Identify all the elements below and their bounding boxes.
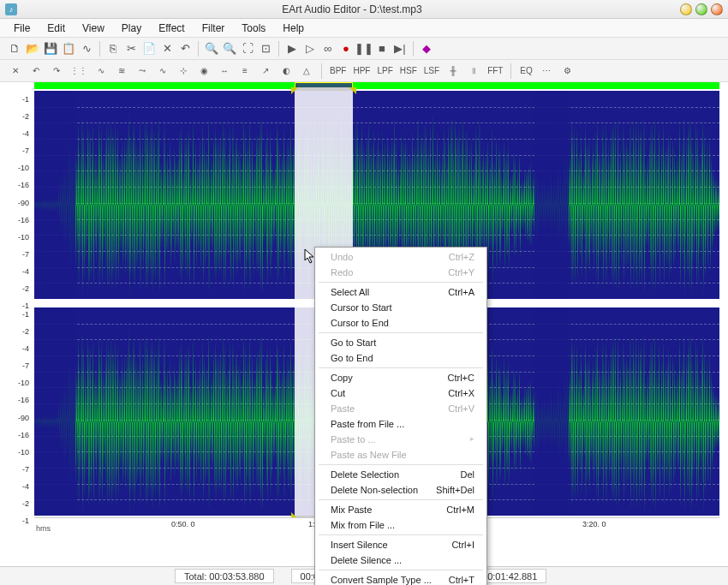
peak-icon[interactable]: ⫴ [465,63,482,79]
fx12-icon[interactable]: △ [298,63,315,79]
fx2-icon[interactable]: ∿ [92,63,110,79]
save-icon[interactable]: 💾 [43,41,58,57]
menu-item-paste-to-: Paste to ... [315,432,486,447]
menu-file[interactable]: File [7,21,37,36]
play-loop-icon[interactable]: ▷ [302,41,318,57]
hpf-icon[interactable]: HPF [351,63,372,79]
menu-item-shortcut: Ctrl+X [448,388,474,398]
fft-icon[interactable]: FFT [486,63,504,79]
props-icon[interactable]: 📋 [61,41,76,57]
menu-item-mix-from-file-[interactable]: Mix from File ... [315,517,486,533]
record-icon[interactable]: ● [338,41,354,57]
fx1-icon[interactable]: ⋮⋮ [69,63,89,79]
menu-play[interactable]: Play [115,21,148,36]
menu-item-paste-as-new-file: Paste as New File [315,447,486,463]
menu-item-cut[interactable]: CutCtrl+X [315,385,486,401]
menu-item-delete-selection[interactable]: Delete SelectionDel [315,467,486,482]
menu-item-delete-silence-[interactable]: Delete Silence ... [315,552,486,568]
menu-tools[interactable]: Tools [235,21,272,36]
menu-item-select-all[interactable]: Select AllCtrl+A [315,284,486,300]
menu-item-copy[interactable]: CopyCtrl+C [315,370,486,385]
zoom-out-icon[interactable]: 🔍 [222,41,237,57]
copy-icon[interactable]: ⎘ [105,41,121,57]
fx7-icon[interactable]: ◉ [195,63,212,79]
end-icon[interactable]: ▶| [392,41,408,57]
paste-icon[interactable]: 📄 [141,41,157,57]
tool-icon[interactable]: ⚙ [558,63,576,79]
selection-handle-top[interactable] [295,87,353,91]
fx10-icon[interactable]: ↗ [257,63,274,79]
help-icon[interactable]: ◆ [419,41,434,57]
menu-effect[interactable]: Effect [152,21,191,36]
lpf-icon[interactable]: LPF [375,63,394,79]
fx9-icon[interactable]: ≡ [236,63,254,79]
fwd-icon[interactable]: ↷ [48,63,65,79]
db-tick: -1 [3,95,29,104]
menu-help[interactable]: Help [276,21,311,36]
dot-icon[interactable]: ⋯ [538,63,555,79]
menu-item-label: Delete Silence ... [331,555,402,565]
close-button[interactable] [711,3,723,15]
waveform-editor: -1-2-4-7-10-16-90-16-10-7-4-2-1-1-2-4-7-… [0,82,728,545]
toolbar-main: 🗋📂💾📋∿⎘✂📄✕↶🔍🔍⛶⊡▶▷∞●❚❚■▶|◆ [0,38,728,60]
menu-item-label: Copy [331,373,353,383]
new-icon[interactable]: 🗋 [7,41,22,57]
menu-item-paste: PasteCtrl+V [315,401,486,416]
deselect-icon[interactable]: ✕ [7,63,24,79]
menu-item-go-to-start[interactable]: Go to Start [315,335,486,350]
menu-view[interactable]: View [75,21,111,36]
menu-item-label: Convert Sample Type ... [331,575,432,585]
eq-icon[interactable]: EQ [517,63,534,79]
menu-edit[interactable]: Edit [40,21,72,36]
maximize-button[interactable] [695,3,707,15]
back-icon[interactable]: ↶ [27,63,45,79]
cut-icon[interactable]: ✂ [123,41,139,57]
db-tick: -4 [3,482,29,491]
fx11-icon[interactable]: ◐ [277,63,295,79]
menu-item-label: Insert Silence [331,540,388,550]
fx6-icon[interactable]: ⊹ [175,63,192,79]
menu-item-shortcut: Del [460,469,474,480]
waveform-icon[interactable]: ∿ [79,41,94,57]
open-icon[interactable]: 📂 [25,41,40,57]
undo-icon[interactable]: ↶ [177,41,193,57]
overview-bar[interactable] [34,82,719,89]
loop-icon[interactable]: ∞ [320,41,336,57]
quiet-region [34,307,75,516]
hsf-icon[interactable]: HSF [398,63,419,79]
lsf-icon[interactable]: LSF [422,63,441,79]
stop-icon[interactable]: ■ [374,41,390,57]
menu-item-convert-sample-type-[interactable]: Convert Sample Type ...Ctrl+T [315,572,486,585]
play-icon[interactable]: ▶ [284,41,300,57]
menu-item-label: Undo [331,252,353,262]
zoom-sel-icon[interactable]: ⊡ [258,41,273,57]
menu-item-delete-non-selection[interactable]: Delete Non-selectionShift+Del [315,482,486,498]
notch-icon[interactable]: ╫ [445,63,462,79]
zoom-fit-icon[interactable]: ⛶ [240,41,255,57]
menu-item-insert-silence[interactable]: Insert SilenceCtrl+I [315,537,486,552]
menu-item-mix-paste[interactable]: Mix PasteCtrl+M [315,502,486,517]
fx4-icon[interactable]: ⤳ [134,63,151,79]
menu-item-go-to-end[interactable]: Go to End [315,350,486,366]
fx5-icon[interactable]: ∿ [154,63,171,79]
db-tick: -1 [3,310,29,319]
delete-icon[interactable]: ✕ [159,41,175,57]
pause-icon[interactable]: ❚❚ [356,41,372,57]
db-tick: -7 [3,361,29,370]
menu-filter[interactable]: Filter [195,21,232,36]
menu-item-shortcut: Ctrl+V [448,403,474,414]
menu-item-cursor-to-start[interactable]: Cursor to Start [315,300,486,315]
fx3-icon[interactable]: ≋ [113,63,130,79]
menu-item-label: Go to End [331,353,373,363]
db-tick: -4 [3,129,29,138]
bpf-icon[interactable]: BPF [328,63,348,79]
zoom-in-icon[interactable]: 🔍 [204,41,219,57]
menu-item-cursor-to-end[interactable]: Cursor to End [315,315,486,331]
db-tick: -1 [3,516,29,525]
fx8-icon[interactable]: ↔ [216,63,233,79]
db-tick: -2 [3,327,29,336]
menu-item-label: Select All [331,287,369,297]
db-tick: -10 [3,164,29,172]
minimize-button[interactable] [680,3,692,15]
menu-item-paste-from-file-[interactable]: Paste from File ... [315,416,486,432]
